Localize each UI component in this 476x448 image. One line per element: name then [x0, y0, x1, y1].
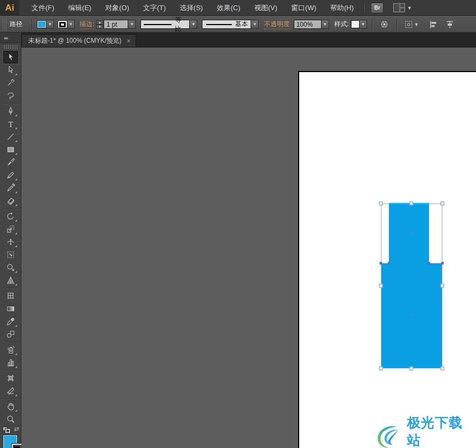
- select-similar-control[interactable]: ▼: [404, 20, 419, 29]
- selection-handle[interactable]: [379, 367, 383, 371]
- default-colors-icon[interactable]: [3, 427, 10, 433]
- column-graph-tool[interactable]: [3, 356, 18, 369]
- eyedropper-tool[interactable]: [3, 315, 18, 328]
- variable-width-profile-select[interactable]: 等比: [141, 20, 190, 29]
- menu-item-edit[interactable]: 编辑(E): [61, 0, 98, 16]
- width-icon: [6, 237, 15, 247]
- selection-handle[interactable]: [410, 202, 413, 206]
- chevron-down-icon[interactable]: ▼: [128, 20, 136, 29]
- stroke-panel-link[interactable]: 描边:: [80, 20, 94, 29]
- selection-handle[interactable]: [410, 367, 413, 371]
- flyout-indicator: [15, 140, 17, 142]
- direct-selection-tool[interactable]: [3, 64, 18, 76]
- artboard[interactable]: [298, 71, 476, 448]
- selected-rectangle-small[interactable]: [389, 203, 429, 263]
- lasso-tool[interactable]: [3, 89, 18, 102]
- menu-item-file[interactable]: 文件(F): [25, 0, 61, 16]
- align-horizontal-center-icon[interactable]: [446, 20, 454, 29]
- opacity-input[interactable]: 100%: [294, 20, 322, 29]
- selection-handle[interactable]: [441, 284, 444, 288]
- control-bar: 路径 ▼ ▼ 描边: ▲▼ 1 pt ▼ 等比 ▼ 基本 ▼ 不透明度: 100…: [0, 16, 476, 33]
- hand-icon: [6, 402, 15, 411]
- rectangle-tool[interactable]: [3, 143, 18, 156]
- swap-colors-icon[interactable]: ⇄: [14, 426, 19, 433]
- collapse-panel-icon[interactable]: ▸▸: [4, 35, 8, 41]
- pencil-tool[interactable]: [3, 169, 18, 182]
- selection-handle[interactable]: [441, 202, 444, 206]
- symbol-sprayer-tool[interactable]: [3, 343, 18, 356]
- fill-color-swatch[interactable]: [37, 20, 46, 28]
- symbol-sprayer-icon: [6, 345, 15, 355]
- pen-tool[interactable]: [3, 105, 18, 117]
- paintbrush-tool[interactable]: [3, 156, 18, 169]
- width-tool[interactable]: [3, 235, 18, 248]
- type-tool[interactable]: T: [3, 117, 18, 130]
- menu-item-object[interactable]: 对象(O): [98, 0, 136, 16]
- brush-definition-value: 基本: [235, 20, 248, 29]
- stroke-color-proxy[interactable]: [12, 444, 22, 448]
- recolor-artwork-icon[interactable]: [380, 20, 389, 29]
- chevron-down-icon[interactable]: ▼: [190, 20, 197, 29]
- panel-grip[interactable]: [2, 18, 6, 31]
- shape-builder-tool[interactable]: [3, 261, 18, 274]
- chevron-down-icon[interactable]: ▼: [360, 20, 367, 29]
- zoom-tool[interactable]: [3, 413, 18, 426]
- app-logo: Ai: [0, 0, 19, 16]
- align-horizontal-left-icon[interactable]: [429, 20, 438, 29]
- selection-handle[interactable]: [441, 367, 444, 371]
- anchor-point[interactable]: [380, 262, 383, 265]
- menu-item-effect[interactable]: 效果(C): [210, 0, 247, 16]
- workspace-switcher[interactable]: ▼: [393, 3, 412, 12]
- stroke-color-control[interactable]: ▼: [58, 20, 75, 29]
- blend-tool[interactable]: [3, 328, 18, 341]
- slice-tool[interactable]: [3, 384, 18, 397]
- free-transform-tool[interactable]: [3, 248, 18, 261]
- opacity-panel-link[interactable]: 不透明度:: [264, 20, 291, 29]
- artboard-icon: [6, 373, 15, 383]
- chevron-down-icon[interactable]: ▼: [67, 20, 75, 29]
- anchor-point[interactable]: [388, 262, 391, 265]
- eraser-tool[interactable]: [3, 194, 18, 207]
- document-tab[interactable]: 未标题-1* @ 100% (CMYK/预览) ×: [21, 34, 136, 47]
- canvas[interactable]: 极光下载站 www.xz7.com: [21, 48, 476, 448]
- tools-panel-header[interactable]: ▸▸: [0, 33, 21, 43]
- hand-tool[interactable]: [3, 400, 18, 413]
- rotate-tool[interactable]: [3, 210, 18, 223]
- menu-item-type[interactable]: 文字(T): [136, 0, 173, 16]
- mesh-tool[interactable]: [3, 289, 18, 302]
- context-title: 路径: [10, 20, 22, 29]
- artboard-tool[interactable]: [3, 372, 18, 384]
- stroke-weight-stepper[interactable]: ▲▼: [96, 20, 103, 29]
- selection-tool[interactable]: [3, 51, 18, 64]
- selection-handle[interactable]: [379, 202, 383, 206]
- menu-item-help[interactable]: 帮助(H): [323, 0, 361, 16]
- tools-panel-grip[interactable]: [4, 45, 18, 49]
- scale-tool[interactable]: [3, 223, 18, 235]
- chevron-down-icon[interactable]: ▼: [251, 20, 259, 29]
- menu-item-view[interactable]: 视图(V): [247, 0, 284, 16]
- gradient-tool[interactable]: [3, 302, 18, 315]
- selection-handle[interactable]: [379, 284, 383, 288]
- eyedropper-icon: [6, 317, 15, 326]
- magic-wand-tool[interactable]: [3, 76, 18, 89]
- column-graph-icon: [6, 358, 15, 367]
- anchor-point[interactable]: [441, 262, 444, 265]
- graphic-style-swatch[interactable]: [351, 20, 360, 28]
- direct-selection-icon: [6, 65, 15, 75]
- type-icon: T: [6, 119, 15, 129]
- chevron-down-icon[interactable]: ▼: [322, 20, 329, 29]
- close-icon[interactable]: ×: [127, 37, 130, 45]
- menu-item-select[interactable]: 选择(S): [173, 0, 209, 16]
- fill-color-control[interactable]: ▼: [37, 20, 54, 29]
- menu-item-window[interactable]: 窗口(W): [284, 0, 323, 16]
- chevron-down-icon[interactable]: ▼: [46, 20, 54, 29]
- brush-definition-select[interactable]: 基本: [202, 20, 251, 29]
- stroke-color-swatch[interactable]: [58, 20, 67, 28]
- perspective-grid-tool[interactable]: [3, 274, 18, 287]
- bridge-button[interactable]: Br: [371, 3, 384, 13]
- line-segment-icon: [6, 132, 15, 142]
- blob-brush-tool[interactable]: [3, 182, 18, 194]
- line-segment-tool[interactable]: [3, 130, 18, 143]
- stroke-weight-input[interactable]: 1 pt: [104, 20, 128, 29]
- anchor-point[interactable]: [428, 262, 431, 265]
